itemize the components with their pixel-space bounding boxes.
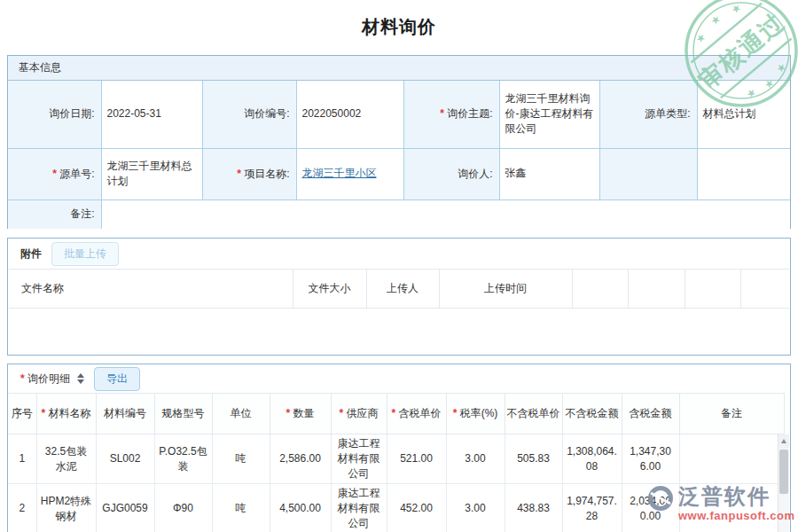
export-button[interactable]: 导出 [94,367,140,391]
attachments-section-title: 附件 [20,246,42,262]
material-inquiry-page: 材料询价 ★★★ ★★★ 审核通过 基本信息 询价日期: 202 [0,0,798,532]
details-cell [679,484,784,532]
details-header-cell: 备注 [679,394,784,434]
details-cell [679,434,784,484]
attachments-header-cell: 文件名称 [9,270,293,309]
details-row: 2HPM2特殊钢材GJG0059Φ90吨4,500.00康达工程材料有限公司45… [8,484,784,532]
required-asterisk [20,372,27,385]
details-cell: 1,974,757.28 [562,484,622,532]
project-link[interactable]: 龙湖三千里小区 [302,167,377,179]
attachments-header-cell: 文件大小 [293,270,366,309]
details-section-title: 询价明细 [20,372,70,387]
required-asterisk [440,107,447,120]
attachments-header-cell [685,270,740,309]
required-asterisk [52,168,59,180]
details-section: 询价明细 导出 序号材料名称材料编号规格型号单位数量供应商含税单价税率(%)不含… [7,364,791,532]
attachments-table: 文件名称文件大小上传人上传时间 [9,269,789,309]
details-cell: 2,586.00 [270,434,331,484]
scroll-up-icon[interactable] [778,434,789,448]
field-value-project-name: 龙湖三千里小区 [296,148,403,200]
details-row: 132.5包装水泥SL002P.O32.5包装吨2,586.00康达工程材料有限… [8,434,784,484]
details-cell: 吨 [212,434,270,484]
field-label: 询价编号: [202,81,296,148]
details-header-cell: 材料编号 [96,394,154,434]
attachments-header-cell: 上传人 [366,270,439,309]
field-value-inquirer: 张鑫 [499,148,599,200]
details-header-cell: 不含税金额 [562,394,622,434]
attachments-section: 附件 批量上传 文件名称文件大小上传人上传时间 [7,238,791,356]
page-header: 材料询价 [0,0,798,55]
attachments-header-cell [628,270,685,309]
sort-icon[interactable] [77,373,84,384]
details-cell: Φ90 [154,484,212,532]
attachments-header-cell [740,270,789,309]
attachments-header-row: 文件名称文件大小上传人上传时间 [9,270,789,309]
details-cell: 3.00 [446,434,505,484]
details-header-cell: 供应商 [331,394,387,434]
details-header-cell: 材料名称 [36,394,96,434]
details-cell: 1,347,306.00 [622,434,679,484]
field-value-inquiry-date: 2022-05-31 [101,81,202,148]
details-header-cell: 含税单价 [387,394,446,434]
field-label: 备注: [8,200,101,229]
form-row: 备注: [8,200,790,229]
basic-info-section-title: 基本信息 [8,56,790,81]
attachments-header-cell [572,270,628,309]
details-header-cell: 税率(%) [446,394,505,434]
field-value-inquiry-subject: 龙湖三千里材料询价-康达工程材料有限公司 [499,81,599,148]
details-header: 询价明细 导出 [8,364,790,393]
required-asterisk [237,168,244,180]
basic-info-section: 基本信息 询价日期: 2022-05-31 询价编号: 2022050002 询… [7,55,791,229]
details-header-cell: 单位 [212,394,270,434]
details-header-cell: 规格型号 [154,394,212,434]
field-label-empty [599,148,697,200]
details-cell: SL002 [96,434,154,484]
attachments-header-cell: 上传时间 [439,270,572,309]
details-cell: P.O32.5包装 [154,434,212,484]
details-header-cell: 含税金额 [622,394,679,434]
details-cell: 吨 [212,484,270,532]
details-header-cell: 不含税单价 [505,394,562,434]
batch-upload-button[interactable]: 批量上传 [51,242,119,266]
required-asterisk [453,407,460,419]
details-cell: GJG0059 [96,484,154,532]
details-header-cell: 序号 [8,394,36,434]
details-cell: 2 [8,484,36,532]
form-row: 源单号: 龙湖三千里材料总计划 项目名称: 龙湖三千里小区 询价人: 张鑫 [8,148,790,200]
details-cell: HPM2特殊钢材 [36,484,96,532]
details-scrollbar[interactable] [778,434,789,532]
attachments-empty-area [8,309,790,355]
details-cell: 505.83 [505,434,562,484]
field-value-remark [101,200,790,229]
details-header-row: 序号材料名称材料编号规格型号单位数量供应商含税单价税率(%)不含税单价不含税金额… [8,394,784,434]
details-cell: 438.83 [505,484,562,532]
details-cell: 32.5包装水泥 [36,434,96,484]
field-label: 询价人: [403,148,499,200]
details-cell: 1 [8,434,36,484]
details-cell: 521.00 [387,434,446,484]
required-asterisk [391,407,398,419]
required-asterisk [286,407,293,419]
field-label: 源单类型: [599,81,697,148]
field-label: 询价主题: [403,81,499,148]
basic-info-form: 询价日期: 2022-05-31 询价编号: 2022050002 询价主题: … [8,81,790,229]
field-label: 询价日期: [8,81,101,148]
details-cell: 康达工程材料有限公司 [331,484,387,532]
attachments-header: 附件 批量上传 [8,239,790,269]
field-value-source-no: 龙湖三千里材料总计划 [101,148,202,200]
required-asterisk [41,407,48,419]
field-value-empty [697,148,790,200]
details-cell: 康达工程材料有限公司 [331,434,387,484]
field-value-source-type: 材料总计划 [697,81,790,148]
details-cell: 3.00 [446,484,505,532]
field-value-inquiry-no: 2022050002 [296,81,403,148]
details-header-cell: 数量 [270,394,331,434]
details-cell: 1,308,064.08 [562,434,622,484]
scrollbar-thumb[interactable] [779,450,788,494]
details-cell: 2,034,000.00 [622,484,679,532]
details-cell: 452.00 [387,484,446,532]
page-title: 材料询价 [0,15,798,39]
form-row: 询价日期: 2022-05-31 询价编号: 2022050002 询价主题: … [8,81,790,148]
field-label: 项目名称: [202,148,296,200]
required-asterisk [339,407,346,419]
